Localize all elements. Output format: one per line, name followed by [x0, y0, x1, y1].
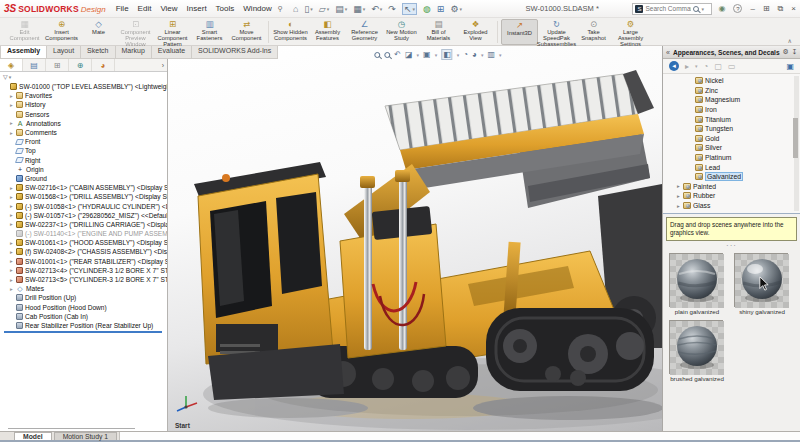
ribbon-update-speedpak[interactable]: ↻ Update SpeedPak Subassemblies — [538, 19, 575, 45]
ribbon-bill-of-materials[interactable]: ▤ Bill of Materials — [420, 19, 457, 45]
menu-edit[interactable]: Edit — [138, 4, 152, 13]
tree-row[interactable]: ▸(-) SW-01058<1> ("HYDRAULIC CYLINDER") … — [0, 201, 167, 210]
appearance-category[interactable]: ▸Rubber — [663, 191, 800, 201]
tree-row[interactable]: ▸Comments — [0, 128, 167, 137]
ribbon-linear-pattern[interactable]: ⊞ Linear Component Pattern — [154, 19, 191, 45]
command-search[interactable]: S ▾ — [632, 3, 712, 15]
graphics-viewport[interactable]: ↶ ◪ ▾ ▣ ▾ ◧ ▾ ◔ ◕ ▾ ▥ ▾ — [168, 46, 662, 431]
select-tool-button[interactable]: ↖▾ — [402, 3, 417, 15]
thumbnail-brushed-galvanized[interactable]: brushed galvanized — [669, 320, 725, 382]
tree-row[interactable]: ▸SW-02713<5> ("CYLINDER-3 1/2 BORE X 7" … — [0, 275, 167, 284]
ribbon-mate[interactable]: ◇ Mate — [80, 19, 117, 45]
ribbon-component-preview[interactable]: ⊡ Component Preview Window — [117, 19, 154, 45]
tab-assembly[interactable]: Assembly — [0, 46, 47, 59]
appearance-category[interactable]: ▸Glass — [663, 201, 800, 211]
appearance-item[interactable]: Lead — [663, 162, 800, 172]
close-button[interactable]: × — [791, 4, 796, 13]
zoom-to-area-icon[interactable] — [384, 52, 390, 58]
tree-row[interactable]: Cab Position (Cab In) — [0, 312, 167, 321]
tree-row[interactable]: ▸(f) SW-02408<2> ("CHASSIS ASSEMBLY") <D… — [0, 247, 167, 256]
appearance-item[interactable]: Iron — [663, 105, 800, 115]
tree-row[interactable]: +Origin — [0, 165, 167, 174]
redo-button[interactable]: ↷ — [388, 4, 396, 14]
ribbon-show-hidden[interactable]: ◐ Show Hidden Components — [272, 19, 309, 45]
ribbon-collapse-chevron[interactable]: ∧ — [788, 37, 792, 44]
edit-appearance-icon[interactable]: ◕ — [472, 50, 477, 59]
undo-button[interactable]: ↶▾ — [371, 4, 382, 14]
appearance-item[interactable]: Silver — [663, 143, 800, 153]
pane-scrollbar-thumb[interactable] — [793, 118, 798, 158]
caret-down-icon[interactable]: ▾ — [435, 52, 438, 58]
rebuild-button[interactable]: ◍ — [423, 4, 431, 14]
tree-row[interactable]: ▸SW-01568<1> ("DRILL ASSEMBLY") <Display… — [0, 192, 167, 201]
tree-row[interactable]: Front — [0, 137, 167, 146]
ribbon-smart-fasteners[interactable]: ▥ Smart Fasteners — [191, 19, 228, 45]
caret-down-icon[interactable]: ▾ — [499, 52, 502, 58]
search-input[interactable] — [645, 5, 691, 12]
ribbon-reference-geometry[interactable]: ∠ Reference Geometry — [346, 19, 383, 45]
previous-view-icon[interactable]: ↶ — [394, 50, 401, 59]
featuremanager-tree-tab[interactable]: ◈ — [0, 59, 23, 71]
ribbon-take-snapshot[interactable]: ⊙ Take Snapshot — [575, 19, 612, 45]
tab-solidworks-addins[interactable]: SOLIDWORKS Add-Ins — [191, 46, 278, 59]
propertymanager-tab[interactable]: ▤ — [23, 59, 46, 71]
menu-pin-icon[interactable]: ⚲ — [278, 5, 283, 13]
appearance-item[interactable]: Tungsten — [663, 124, 800, 134]
new-file-button[interactable]: ▯▾ — [304, 4, 312, 14]
help-icon[interactable]: ? — [733, 4, 742, 13]
tree-row[interactable]: ▸◇Mates — [0, 284, 167, 293]
thumbnail-plain-galvanized[interactable]: plain galvanized — [669, 253, 725, 315]
tree-row[interactable]: Hood Position (Hood Down) — [0, 303, 167, 312]
caret-down-icon[interactable]: ▾ — [481, 52, 484, 58]
tab-markup[interactable]: Markup — [115, 46, 152, 59]
appearance-item[interactable]: Nickel — [663, 76, 800, 86]
user-account-icon[interactable]: ◉ — [718, 4, 725, 13]
appearance-item[interactable]: Titanium — [663, 114, 800, 124]
tree-row[interactable]: ▸SW-01061<1> ("HOOD ASSEMBLY") <Display … — [0, 238, 167, 247]
tree-row[interactable]: ▸SW-02716<1> ("CABIN ASSEMBLY") <Display… — [0, 183, 167, 192]
menu-window[interactable]: Window — [243, 4, 271, 13]
model-tab[interactable]: Model — [14, 432, 52, 440]
tab-evaluate[interactable]: Evaluate — [151, 46, 192, 59]
menu-insert[interactable]: Insert — [187, 4, 207, 13]
tree-row[interactable]: ▸History — [0, 100, 167, 109]
zoom-to-fit-icon[interactable] — [374, 52, 380, 58]
tree-row[interactable]: ▸AAnnotations — [0, 119, 167, 128]
tree-row[interactable]: ▸Favorites — [0, 91, 167, 100]
displaymanager-tab[interactable]: ◕ — [92, 59, 115, 71]
open-button[interactable]: ▱▾ — [319, 4, 329, 14]
collapse-pane-icon[interactable]: « — [666, 49, 670, 56]
ribbon-large-assembly-settings[interactable]: ⚙ Large Assembly Settings — [612, 19, 649, 45]
open-file-icon[interactable]: ▭ — [728, 62, 736, 71]
file-properties-button[interactable]: ⊞ — [437, 4, 445, 14]
tree-row[interactable]: Right — [0, 156, 167, 165]
print-button[interactable]: ▦▾ — [353, 4, 365, 14]
ribbon-assembly-features[interactable]: ◧ Assembly Features — [309, 19, 346, 45]
tree-row[interactable]: Rear Stabilizer Position (Rear Stabilize… — [0, 321, 167, 330]
tree-row[interactable]: Ground — [0, 174, 167, 183]
back-icon[interactable]: ◂ — [669, 61, 679, 71]
ribbon-insert-components[interactable]: ⊕ Insert Components — [43, 19, 80, 45]
tree-row[interactable]: Top — [0, 146, 167, 155]
menu-file[interactable]: File — [116, 4, 129, 13]
display-style-icon[interactable]: ◧ — [441, 49, 453, 60]
appearance-item[interactable]: Gold — [663, 134, 800, 144]
home-button[interactable]: ⌂ — [293, 4, 298, 14]
minimize-button[interactable]: – — [750, 4, 754, 13]
appearance-item[interactable]: Platinum — [663, 153, 800, 163]
tree-row-hidden[interactable]: (-) SW-01140<1> ("ENGINE AND PUMP ASSEMB… — [0, 229, 167, 238]
panel-scrollbar[interactable] — [8, 428, 135, 429]
configurationmanager-tab[interactable]: ⊞ — [46, 59, 69, 71]
window-layout-button[interactable]: ⊞ — [763, 4, 770, 13]
pane-pin-icon[interactable]: ↧ — [792, 48, 798, 56]
menu-view[interactable]: View — [160, 4, 177, 13]
appearance-category[interactable]: ▸Painted — [663, 182, 800, 192]
caret-down-icon[interactable]: ▾ — [695, 63, 698, 69]
save-button[interactable]: ▤▾ — [335, 4, 347, 14]
tab-layout[interactable]: Layout — [46, 46, 81, 59]
save-appearance-icon[interactable]: ▣ — [786, 62, 794, 71]
hide-show-items-icon[interactable]: ◔ — [463, 50, 468, 59]
view-settings-icon[interactable]: ▥ — [487, 50, 495, 59]
ribbon-edit-component[interactable]: ▦ Edit Component — [6, 19, 43, 45]
tab-sketch[interactable]: Sketch — [80, 46, 115, 59]
